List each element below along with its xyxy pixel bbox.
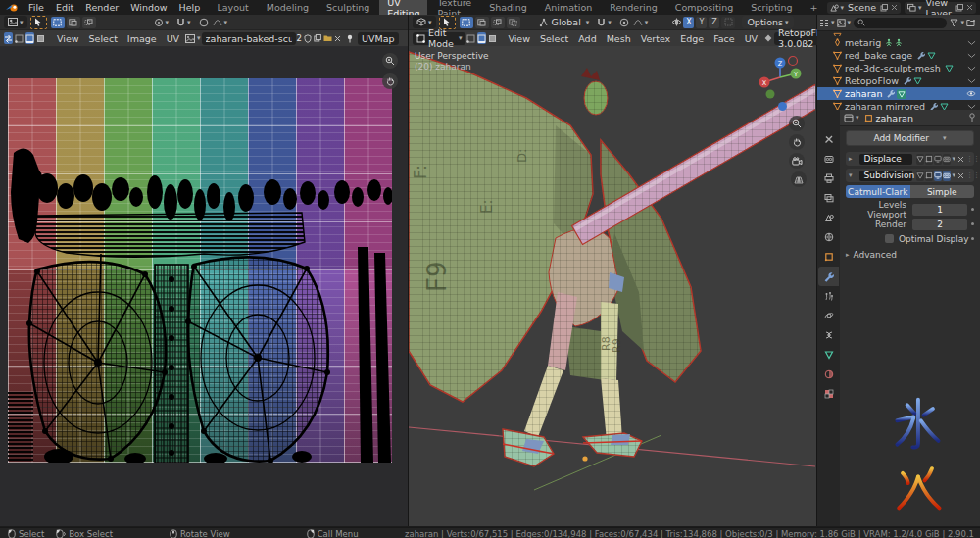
transform-orientation-dropdown[interactable]: Global ▾ <box>539 17 590 27</box>
toggle-render-icon[interactable] <box>943 154 951 165</box>
new-image-icon[interactable] <box>314 32 321 44</box>
workspace-tab-modeling[interactable]: Modeling <box>259 1 317 14</box>
chevron-down-icon[interactable] <box>967 104 976 110</box>
uv-map-field[interactable]: UVMap <box>358 32 399 45</box>
blender-logo-icon[interactable] <box>6 3 19 13</box>
close-icon[interactable] <box>957 156 964 163</box>
chevron-down-icon[interactable] <box>967 78 976 84</box>
vp-menu-uv[interactable]: UV <box>740 33 762 44</box>
uv-select-box-icon[interactable] <box>51 17 65 28</box>
workspace-tab-compositing[interactable]: Compositing <box>667 1 742 14</box>
toggle-on-cage-icon[interactable] <box>916 171 924 181</box>
vp-menu-edge[interactable]: Edge <box>675 33 709 44</box>
select-mode-vertex-icon[interactable] <box>466 32 475 44</box>
properties-tab-object[interactable] <box>818 247 839 267</box>
image-users-count[interactable]: 2 <box>297 32 302 44</box>
menu-help[interactable]: Help <box>173 2 207 13</box>
animate-dot-icon[interactable] <box>971 208 974 211</box>
image-name-field[interactable]: zaharan-baked-scul.. <box>202 32 296 45</box>
workspace-tab-sculpting[interactable]: Sculpting <box>318 1 377 14</box>
simple-button[interactable]: Simple <box>910 185 975 198</box>
select-mode-face-icon[interactable] <box>488 32 497 44</box>
mode-dropdown[interactable]: Edit Mode ▾ <box>413 32 466 45</box>
workspace-tab-animation[interactable]: Animation <box>537 1 600 14</box>
outliner-display-mode[interactable]: ▾ <box>819 19 835 27</box>
properties-tab-world[interactable] <box>818 227 839 247</box>
select-mode-edge-icon[interactable] <box>477 32 486 44</box>
eye-icon[interactable] <box>966 90 976 97</box>
properties-tab-particles[interactable] <box>818 286 839 306</box>
workspace-tab-layout[interactable]: Layout <box>209 1 256 14</box>
properties-tab-texture[interactable] <box>818 384 839 404</box>
uv-editor-type-button[interactable]: ▾ <box>4 16 27 28</box>
toggle-realtime-icon[interactable] <box>934 154 942 165</box>
properties-tab-scene[interactable] <box>818 208 839 227</box>
properties-tab-view-layer[interactable] <box>818 188 839 208</box>
pin-icon[interactable] <box>968 113 976 122</box>
chevron-down-icon[interactable] <box>967 66 976 72</box>
vp-menu-vertex[interactable]: Vertex <box>636 33 676 44</box>
properties-tab-constraints[interactable] <box>818 325 839 345</box>
outliner-item-red-3dc-sculpt-mesh[interactable]: red-3dc-sculpt-mesh <box>817 62 980 74</box>
toggle-on-cage-icon[interactable] <box>916 154 924 165</box>
menu-render[interactable]: Render <box>79 2 124 13</box>
properties-tab-material[interactable] <box>818 365 839 384</box>
modifier-subdivision-header[interactable]: ▾ Subdivision ▾ ⋮⋮ <box>846 169 974 182</box>
outliner-filter-dropdown[interactable]: ▾ <box>950 19 964 27</box>
remove-view-layer-icon[interactable] <box>966 4 973 11</box>
mirror-z-button[interactable]: Z <box>709 17 719 28</box>
select-mode-edge-icon[interactable] <box>25 32 34 44</box>
properties-tab-render[interactable] <box>818 149 839 169</box>
select-subtract-tool-icon[interactable] <box>491 17 505 28</box>
select-intersect-tool-icon[interactable] <box>507 17 520 28</box>
viewport-camera-gizmo[interactable] <box>789 153 805 169</box>
close-icon[interactable] <box>957 172 964 179</box>
proportional-falloff-dropdown[interactable]: ▾ <box>633 19 649 26</box>
workspace-tab-shading[interactable]: Shading <box>481 1 535 14</box>
menu-window[interactable]: Window <box>124 2 172 13</box>
pin-icon[interactable] <box>346 34 354 43</box>
expand-arrow-icon[interactable]: ▸ <box>849 155 853 163</box>
toggle-realtime-icon[interactable] <box>934 171 942 181</box>
outliner-item-zaharan-mirrored[interactable]: zaharan mirrored <box>817 100 980 110</box>
drag-dots-icon[interactable]: ⋮⋮ <box>966 171 980 179</box>
select-mode-vertex-icon[interactable] <box>15 32 24 44</box>
vp-menu-mesh[interactable]: Mesh <box>602 33 636 44</box>
uv-canvas[interactable] <box>0 47 408 526</box>
vp-menu-select[interactable]: Select <box>535 33 573 44</box>
uv-sync-selection-toggle[interactable] <box>4 32 13 44</box>
open-image-folder-icon[interactable] <box>323 32 332 44</box>
unlink-scene-icon[interactable] <box>891 4 898 11</box>
toggle-edit-mode-icon[interactable] <box>925 171 933 181</box>
toggle-render-icon[interactable] <box>943 171 951 181</box>
outliner-search-input[interactable] <box>854 18 947 28</box>
outliner-item-red-bake-cage[interactable]: red_bake cage <box>817 49 980 62</box>
outliner-item-metarig[interactable]: metarig <box>817 36 980 49</box>
uv-select-circle-icon[interactable] <box>67 17 80 28</box>
uv-menu-view[interactable]: View <box>52 33 84 44</box>
view-layer-selector[interactable]: ▾ View Layer <box>905 2 976 14</box>
properties-tab-modifiers[interactable] <box>818 267 839 286</box>
vp-menu-add[interactable]: Add <box>573 33 601 44</box>
select-extend-tool-icon[interactable] <box>475 17 489 28</box>
properties-tab-object-data[interactable] <box>818 345 839 365</box>
advanced-section-header[interactable]: ▸ Advanced <box>846 248 974 261</box>
optimal-display-checkbox[interactable] <box>885 234 894 243</box>
properties-tab-tool[interactable] <box>818 129 839 149</box>
fake-user-shield-icon[interactable] <box>304 32 312 44</box>
workspace-tab-rendering[interactable]: Rendering <box>602 1 665 14</box>
uv-proportional-editing[interactable] <box>199 18 209 27</box>
viewport-canvas[interactable]: F9 F: E: D: <box>409 47 816 526</box>
uv-pan-gizmo[interactable] <box>382 73 398 89</box>
modifier-name-field[interactable]: Subdivision <box>859 171 912 181</box>
select-mode-face-icon[interactable] <box>36 32 45 44</box>
drag-dots-icon[interactable]: ⋮⋮ <box>966 155 980 163</box>
viewport-pan-gizmo[interactable] <box>789 134 805 150</box>
collapse-arrow-icon[interactable]: ▾ <box>849 171 853 179</box>
mirror-y-button[interactable]: Y <box>696 17 707 28</box>
uv-snap-toggle[interactable]: ▾ <box>176 18 191 27</box>
outliner-item-retopoflow[interactable]: RetopoFlow <box>817 74 980 87</box>
vp-menu-face[interactable]: Face <box>709 33 739 44</box>
viewport-zoom-dot[interactable] <box>778 102 787 111</box>
scene-selector[interactable]: ▾ Scene <box>827 2 901 14</box>
